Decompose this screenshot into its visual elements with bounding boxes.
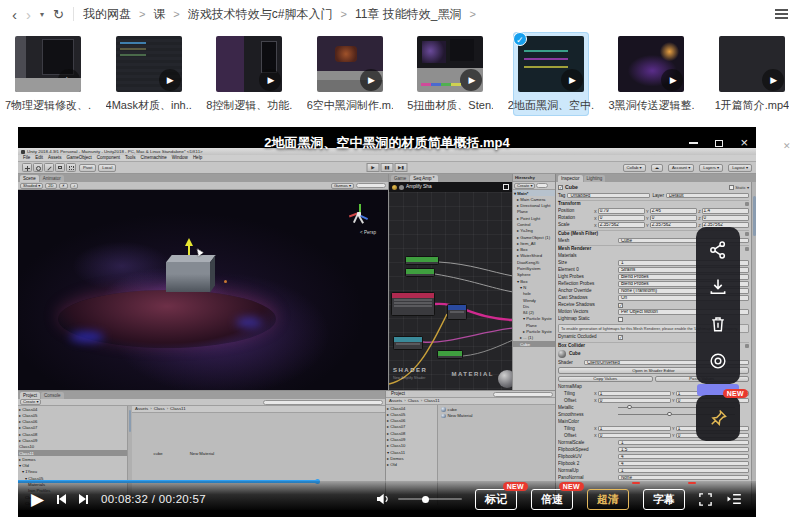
download-icon[interactable] xyxy=(708,277,728,297)
unity-menu-item[interactable]: Edit xyxy=(35,155,43,161)
video-thumbnail-image[interactable] xyxy=(15,36,81,92)
play-overlay-icon[interactable] xyxy=(159,69,181,91)
transport-button[interactable]: ▶ xyxy=(367,163,380,172)
delete-icon[interactable] xyxy=(708,314,728,334)
forward-icon[interactable]: › xyxy=(26,7,31,22)
property-field[interactable]: 1.5 xyxy=(618,447,749,453)
play-button[interactable]: ▶ xyxy=(31,491,44,508)
video-thumbnail-image[interactable] xyxy=(116,36,182,92)
player-option-button[interactable]: 字幕 xyxy=(643,489,685,510)
toolbar-dropdown-button[interactable]: Layers ▾ xyxy=(699,164,723,172)
video-thumbnail-item[interactable]: ✓ 6空中黑洞制作.m... xyxy=(312,32,388,116)
audio-toggle-icon[interactable]: ♪ xyxy=(70,183,78,189)
property-field[interactable]: 4 xyxy=(618,454,749,460)
shader-node-teal[interactable] xyxy=(393,336,423,350)
list-view-icon[interactable] xyxy=(775,9,788,19)
previous-video-button[interactable] xyxy=(57,494,66,504)
video-thumbnail-image[interactable] xyxy=(719,36,785,92)
player-option-button[interactable]: 倍速 NEW xyxy=(531,489,573,510)
rotate-tool-icon[interactable] xyxy=(33,163,43,172)
scale-tool-icon[interactable] xyxy=(44,163,54,172)
property-field[interactable]: 4 xyxy=(618,461,749,467)
video-thumbnail-item[interactable]: ✓ 3黑洞传送逻辑整... xyxy=(613,32,689,116)
project-search-input[interactable] xyxy=(263,400,383,405)
tab-game[interactable]: Game xyxy=(391,175,409,182)
tab-project-2[interactable]: Project xyxy=(388,391,408,397)
gear-icon[interactable] xyxy=(745,202,749,206)
mini-close-icon[interactable]: ✕ xyxy=(783,141,791,151)
video-thumbnail-item[interactable]: ✓ 7物理逻辑修改、... xyxy=(10,32,86,116)
video-thumbnail-item[interactable]: ✓ 8控制逻辑、功能... xyxy=(211,32,287,116)
slider-knob[interactable] xyxy=(667,412,672,417)
play-overlay-icon[interactable] xyxy=(360,69,382,91)
2d-toggle[interactable]: 2D xyxy=(45,183,56,189)
project-breadcrumb-item[interactable]: Class xyxy=(154,406,170,412)
y-field[interactable]: 2.46 xyxy=(650,208,697,214)
x-field[interactable]: 1 xyxy=(598,391,671,397)
tab-animator[interactable]: Animator xyxy=(40,175,64,182)
video-player[interactable]: 2地面黑洞、空中黑洞的材质简单概括.mp4 × Unity 2018.4.3f1… xyxy=(18,127,756,517)
copy-values-button[interactable]: Copy Values xyxy=(558,376,653,383)
project-breadcrumb-item[interactable]: Assets xyxy=(135,406,154,412)
transform-section-header[interactable]: Transform xyxy=(558,200,749,208)
x-field[interactable]: 0 xyxy=(598,433,671,439)
toolbar-dropdown-button[interactable]: Account ▾ xyxy=(668,164,694,172)
project2-breadcrumb-item[interactable]: Class11 xyxy=(424,398,444,404)
play-overlay-icon[interactable] xyxy=(561,69,583,91)
scene-cube-object[interactable] xyxy=(166,262,210,292)
hierarchy-search-input[interactable] xyxy=(536,183,548,188)
project2-folder-item[interactable]: ▸ Old xyxy=(386,462,437,468)
breadcrumb-item[interactable]: 11章 技能特效_黑洞 xyxy=(355,6,484,23)
z-field[interactable]: 1.4 xyxy=(702,208,749,214)
y-field[interactable]: 2.357562 xyxy=(650,222,697,228)
rect-tool-icon[interactable] xyxy=(55,163,65,172)
unity-menu-item[interactable]: Component xyxy=(97,155,120,161)
toolbar-dropdown-button[interactable]: Layout ▾ xyxy=(728,164,752,172)
project-breadcrumb-item[interactable]: Class11 xyxy=(170,406,190,412)
breadcrumb-item[interactable]: 课 xyxy=(153,6,187,23)
refresh-icon[interactable]: ↻ xyxy=(53,7,64,22)
video-thumbnail-image[interactable] xyxy=(317,36,383,92)
next-video-button[interactable] xyxy=(79,494,88,504)
shader-node-green[interactable] xyxy=(437,350,463,359)
tab-project[interactable]: Project xyxy=(20,392,40,399)
maximize-icon[interactable] xyxy=(715,140,723,147)
hierarchy-item[interactable]: Cube xyxy=(513,341,555,347)
z-field[interactable]: 0 xyxy=(702,215,749,221)
persp-label[interactable]: < Persp xyxy=(360,230,376,236)
move-gizmo-y-arrow[interactable] xyxy=(185,238,193,246)
video-thumbnail-item[interactable]: ✓ 4Mask材质、inh... xyxy=(111,32,187,116)
tab-seq-amp[interactable]: Seq Amp * xyxy=(410,175,437,182)
tab-scene[interactable]: Scene xyxy=(20,175,39,182)
property-checkbox[interactable] xyxy=(618,317,623,322)
video-thumbnail-image[interactable] xyxy=(216,36,282,92)
project2-file-item[interactable]: New Material xyxy=(438,413,555,420)
active-checkbox[interactable] xyxy=(558,185,563,190)
play-overlay-icon[interactable] xyxy=(460,69,482,91)
project2-search-input[interactable] xyxy=(493,392,553,397)
pin-tool-button[interactable]: NEW xyxy=(696,395,740,441)
shader-node-texture[interactable] xyxy=(391,292,435,316)
shader-node-canvas[interactable]: SHADER New Amplify Shader MATERIAL xyxy=(389,192,512,390)
hierarchy-item[interactable]: ▸ GameObject (1) xyxy=(513,234,555,240)
play-overlay-icon[interactable] xyxy=(259,69,281,91)
project2-breadcrumb-item[interactable]: Assets xyxy=(389,398,408,404)
project2-breadcrumb-item[interactable]: Class xyxy=(408,398,424,404)
unity-menu-item[interactable]: Cinemachine xyxy=(141,155,167,161)
toolbar-dropdown-button[interactable]: ☁ xyxy=(651,164,663,172)
x-field[interactable]: 0 xyxy=(598,215,645,221)
unity-menu-item[interactable]: Help xyxy=(193,155,202,161)
create-dropdown[interactable]: Create ▾ xyxy=(514,183,535,189)
collect-disc-icon[interactable] xyxy=(708,351,728,371)
share-icon[interactable] xyxy=(708,240,728,260)
scene-search-input[interactable] xyxy=(356,183,386,188)
y-field[interactable]: 0 xyxy=(650,215,697,221)
close-icon[interactable]: × xyxy=(740,138,748,148)
unity-menu-item[interactable]: Assets xyxy=(48,155,62,161)
back-icon[interactable]: ‹ xyxy=(12,7,17,22)
transport-button[interactable]: ▶▮ xyxy=(395,163,408,172)
tag-dropdown[interactable]: Untagged xyxy=(567,193,650,199)
tab-console[interactable]: Console xyxy=(41,392,64,399)
breadcrumb-item[interactable]: 我的网盘 xyxy=(83,6,153,23)
unity-menu-item[interactable]: File xyxy=(23,155,30,161)
